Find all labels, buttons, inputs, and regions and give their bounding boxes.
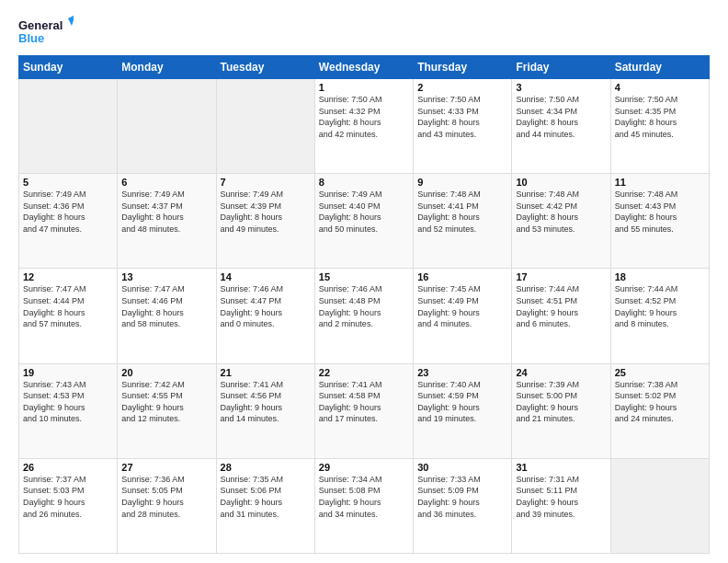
calendar-day-header: Saturday [610,56,709,79]
calendar-cell: 17Sunrise: 7:44 AM Sunset: 4:51 PM Dayli… [512,269,610,363]
calendar-cell: 26Sunrise: 7:37 AM Sunset: 5:03 PM Dayli… [19,458,118,553]
cell-info: Sunrise: 7:48 AM Sunset: 4:41 PM Dayligh… [417,189,507,235]
cell-info: Sunrise: 7:49 AM Sunset: 4:37 PM Dayligh… [121,189,211,235]
calendar-cell: 24Sunrise: 7:39 AM Sunset: 5:00 PM Dayli… [512,363,610,458]
cell-info: Sunrise: 7:48 AM Sunset: 4:42 PM Dayligh… [516,189,606,235]
cell-info: Sunrise: 7:39 AM Sunset: 5:00 PM Dayligh… [516,379,606,425]
calendar-cell: 30Sunrise: 7:33 AM Sunset: 5:09 PM Dayli… [414,458,512,553]
day-number: 9 [417,177,507,188]
day-number: 13 [121,271,211,282]
day-number: 28 [221,462,311,473]
calendar-cell: 19Sunrise: 7:43 AM Sunset: 4:53 PM Dayli… [19,363,118,458]
day-number: 31 [516,462,606,473]
calendar-day-header: Monday [118,56,216,79]
day-number: 24 [516,367,606,378]
cell-info: Sunrise: 7:50 AM Sunset: 4:34 PM Dayligh… [516,94,606,140]
cell-info: Sunrise: 7:50 AM Sunset: 4:33 PM Dayligh… [417,94,507,140]
calendar-cell: 23Sunrise: 7:40 AM Sunset: 4:59 PM Dayli… [414,363,512,458]
calendar-week-row: 26Sunrise: 7:37 AM Sunset: 5:03 PM Dayli… [19,458,710,553]
calendar-cell: 22Sunrise: 7:41 AM Sunset: 4:58 PM Dayli… [314,363,413,458]
calendar-week-row: 12Sunrise: 7:47 AM Sunset: 4:44 PM Dayli… [19,269,710,363]
cell-info: Sunrise: 7:49 AM Sunset: 4:39 PM Dayligh… [221,189,311,235]
calendar-cell [118,79,216,174]
cell-info: Sunrise: 7:34 AM Sunset: 5:08 PM Dayligh… [319,474,409,520]
calendar-cell: 6Sunrise: 7:49 AM Sunset: 4:37 PM Daylig… [118,174,216,269]
calendar-cell: 21Sunrise: 7:41 AM Sunset: 4:56 PM Dayli… [216,363,314,458]
cell-info: Sunrise: 7:37 AM Sunset: 5:03 PM Dayligh… [23,474,113,520]
calendar-header-row: SundayMondayTuesdayWednesdayThursdayFrid… [19,56,710,79]
day-number: 21 [221,367,311,378]
cell-info: Sunrise: 7:47 AM Sunset: 4:46 PM Dayligh… [121,283,211,329]
calendar-cell: 4Sunrise: 7:50 AM Sunset: 4:35 PM Daylig… [610,79,709,174]
calendar-cell: 20Sunrise: 7:42 AM Sunset: 4:55 PM Dayli… [118,363,216,458]
logo: General Blue [18,15,74,48]
svg-text:General: General [18,18,63,32]
cell-info: Sunrise: 7:44 AM Sunset: 4:51 PM Dayligh… [516,283,606,329]
calendar-cell: 27Sunrise: 7:36 AM Sunset: 5:05 PM Dayli… [118,458,216,553]
day-number: 15 [319,271,409,282]
calendar-cell [610,458,709,553]
calendar-day-header: Sunday [19,56,118,79]
cell-info: Sunrise: 7:48 AM Sunset: 4:43 PM Dayligh… [615,189,705,235]
day-number: 6 [121,177,211,188]
cell-info: Sunrise: 7:44 AM Sunset: 4:52 PM Dayligh… [615,283,705,329]
calendar-cell: 13Sunrise: 7:47 AM Sunset: 4:46 PM Dayli… [118,269,216,363]
cell-info: Sunrise: 7:35 AM Sunset: 5:06 PM Dayligh… [221,474,311,520]
day-number: 29 [319,462,409,473]
calendar-day-header: Wednesday [314,56,413,79]
calendar-cell: 2Sunrise: 7:50 AM Sunset: 4:33 PM Daylig… [414,79,512,174]
header: General Blue [18,15,710,48]
day-number: 17 [516,271,606,282]
day-number: 7 [221,177,311,188]
day-number: 27 [121,462,211,473]
day-number: 4 [615,82,705,93]
calendar-cell: 9Sunrise: 7:48 AM Sunset: 4:41 PM Daylig… [414,174,512,269]
calendar-cell: 7Sunrise: 7:49 AM Sunset: 4:39 PM Daylig… [216,174,314,269]
calendar-cell [19,79,118,174]
svg-text:Blue: Blue [18,31,44,45]
cell-info: Sunrise: 7:31 AM Sunset: 5:11 PM Dayligh… [516,474,606,520]
day-number: 18 [615,271,705,282]
calendar-cell: 18Sunrise: 7:44 AM Sunset: 4:52 PM Dayli… [610,269,709,363]
cell-info: Sunrise: 7:36 AM Sunset: 5:05 PM Dayligh… [121,474,211,520]
day-number: 2 [417,82,507,93]
day-number: 14 [221,271,311,282]
svg-marker-2 [68,15,74,26]
day-number: 30 [417,462,507,473]
calendar-cell: 28Sunrise: 7:35 AM Sunset: 5:06 PM Dayli… [216,458,314,553]
calendar-cell: 25Sunrise: 7:38 AM Sunset: 5:02 PM Dayli… [610,363,709,458]
cell-info: Sunrise: 7:47 AM Sunset: 4:44 PM Dayligh… [23,283,113,329]
calendar-cell: 8Sunrise: 7:49 AM Sunset: 4:40 PM Daylig… [314,174,413,269]
day-number: 23 [417,367,507,378]
cell-info: Sunrise: 7:49 AM Sunset: 4:40 PM Dayligh… [319,189,409,235]
day-number: 1 [319,82,409,93]
day-number: 20 [121,367,211,378]
day-number: 3 [516,82,606,93]
day-number: 26 [23,462,113,473]
cell-info: Sunrise: 7:49 AM Sunset: 4:36 PM Dayligh… [23,189,113,235]
day-number: 5 [23,177,113,188]
calendar-week-row: 19Sunrise: 7:43 AM Sunset: 4:53 PM Dayli… [19,363,710,458]
calendar-week-row: 1Sunrise: 7:50 AM Sunset: 4:32 PM Daylig… [19,79,710,174]
cell-info: Sunrise: 7:40 AM Sunset: 4:59 PM Dayligh… [417,379,507,425]
day-number: 10 [516,177,606,188]
cell-info: Sunrise: 7:45 AM Sunset: 4:49 PM Dayligh… [417,283,507,329]
cell-info: Sunrise: 7:38 AM Sunset: 5:02 PM Dayligh… [615,379,705,425]
day-number: 12 [23,271,113,282]
calendar-day-header: Friday [512,56,610,79]
cell-info: Sunrise: 7:41 AM Sunset: 4:58 PM Dayligh… [319,379,409,425]
cell-info: Sunrise: 7:50 AM Sunset: 4:32 PM Dayligh… [319,94,409,140]
page: General Blue SundayMondayTuesdayWednesda… [0,0,728,563]
calendar-cell: 16Sunrise: 7:45 AM Sunset: 4:49 PM Dayli… [414,269,512,363]
day-number: 11 [615,177,705,188]
calendar-cell: 10Sunrise: 7:48 AM Sunset: 4:42 PM Dayli… [512,174,610,269]
calendar-cell: 15Sunrise: 7:46 AM Sunset: 4:48 PM Dayli… [314,269,413,363]
cell-info: Sunrise: 7:46 AM Sunset: 4:47 PM Dayligh… [221,283,311,329]
day-number: 16 [417,271,507,282]
cell-info: Sunrise: 7:41 AM Sunset: 4:56 PM Dayligh… [221,379,311,425]
cell-info: Sunrise: 7:50 AM Sunset: 4:35 PM Dayligh… [615,94,705,140]
cell-info: Sunrise: 7:42 AM Sunset: 4:55 PM Dayligh… [121,379,211,425]
calendar-cell: 1Sunrise: 7:50 AM Sunset: 4:32 PM Daylig… [314,79,413,174]
calendar-cell: 5Sunrise: 7:49 AM Sunset: 4:36 PM Daylig… [19,174,118,269]
calendar-cell: 31Sunrise: 7:31 AM Sunset: 5:11 PM Dayli… [512,458,610,553]
